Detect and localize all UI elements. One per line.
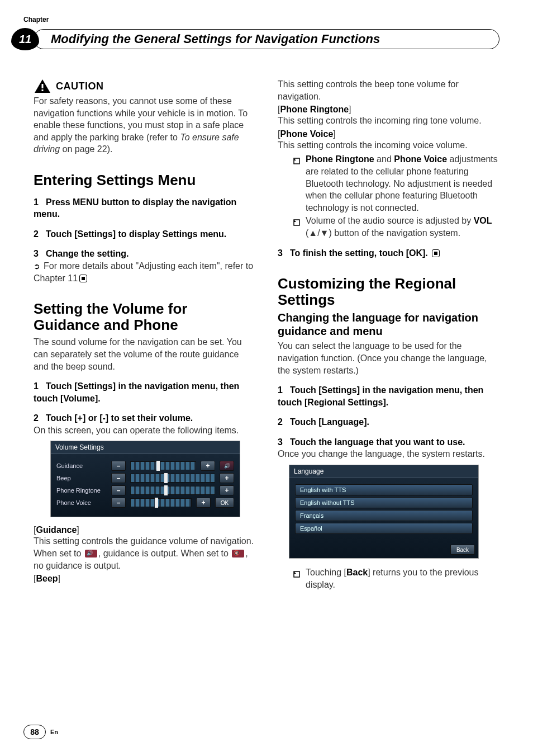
reg-step-3: 3Touch the language that you want to use… — [278, 436, 499, 448]
ringtone-bracket-label: [Phone Ringtone] — [278, 105, 499, 115]
ss-label-beep: Beep — [56, 475, 107, 481]
right-column: This setting controls the beep tone volu… — [278, 78, 499, 590]
bk-a: Touching [ — [306, 568, 346, 577]
section-entering-settings-heading: Entering Settings Menu — [34, 172, 255, 188]
bullet-vol-note: Volume of the audio source is adjusted b… — [293, 215, 499, 239]
volume-intro: The sound volume for the navigation can … — [34, 336, 255, 372]
ss-row-voice: Phone Voice – + OK — [56, 498, 234, 508]
step-num-1: 1 — [34, 196, 46, 209]
minus-button[interactable]: – — [111, 461, 126, 471]
lang-option[interactable]: English with TTS — [295, 484, 473, 495]
ringtone-label-text: Phone Ringtone — [280, 105, 349, 114]
reg-step-3-text: Touch the language that you want to use. — [290, 437, 465, 447]
end-section-icon — [432, 249, 440, 257]
step-1-text: Press MENU button to display the navigat… — [34, 197, 236, 219]
regional-intro: You can select the language to be used f… — [278, 340, 499, 376]
step-1: 1Press MENU button to display the naviga… — [34, 196, 255, 220]
vol-step-num-2: 2 — [34, 412, 46, 424]
square-bullet-icon — [293, 569, 300, 590]
ok-button[interactable]: OK — [215, 498, 234, 508]
chapter-label: Chapter — [23, 16, 49, 23]
ss-title: Volume Settings — [51, 441, 240, 454]
reg-num-1: 1 — [278, 384, 290, 396]
caution-text-b: on page 22). — [60, 144, 112, 154]
guidance-body-b: When set to , guidance is output. When s… — [34, 547, 255, 571]
plus-button[interactable]: + — [220, 485, 234, 495]
minus-button[interactable]: – — [111, 485, 126, 495]
step-num-3: 3 — [34, 248, 46, 260]
ss-row-beep: Beep – + — [56, 473, 234, 483]
plus-button[interactable]: + — [196, 498, 211, 508]
section-language-subheading: Changing the language for navigation gui… — [278, 311, 499, 338]
vol-step-2-text: Touch [+] or [-] to set their volume. — [46, 413, 193, 423]
b2c: (▲/▼) button of the navigation system. — [306, 228, 460, 238]
b1b: Phone Voice — [394, 154, 447, 164]
square-bullet-icon — [293, 155, 300, 214]
plus-button[interactable]: + — [201, 461, 215, 471]
beep-body: This setting controls the beep tone volu… — [278, 78, 499, 102]
lang-option[interactable]: English without TTS — [295, 497, 473, 508]
reg-step-3-body: Once you change the language, the system… — [278, 448, 499, 460]
h2-part-a: Entering — [34, 172, 97, 188]
step-3-note: For more details about "Adjusting each i… — [34, 260, 255, 284]
language-screenshot: Language English with TTS English withou… — [289, 465, 479, 559]
guidance-bracket-label: [Guidance] — [34, 525, 255, 535]
b2a: Volume of the audio source is adjusted b… — [306, 216, 474, 225]
gb2: , guidance is output. When set to — [98, 549, 231, 558]
step-2: 2Touch [Settings] to display Settings me… — [34, 228, 255, 240]
b1m: and — [374, 154, 394, 164]
reg-num-2: 2 — [278, 416, 290, 428]
vol-step-2: 2Touch [+] or [-] to set their volume. — [34, 412, 255, 424]
guidance-body-a: This setting controls the guidance volum… — [34, 535, 255, 547]
caution-icon — [34, 78, 51, 94]
voice-body: This setting controls the incoming voice… — [278, 139, 499, 152]
volume-bar[interactable] — [130, 461, 196, 470]
bullet-bluetooth-note: Phone Ringtone and Phone Voice adjustmen… — [293, 153, 499, 214]
page-footer: 88 En — [23, 725, 58, 739]
minus-button[interactable]: – — [111, 473, 126, 483]
voice-bracket-label: [Phone Voice] — [278, 129, 499, 139]
step-3-text: Change the setting. — [46, 249, 129, 258]
ss-label-voice: Phone Voice — [56, 499, 107, 506]
lang-option[interactable]: Español — [295, 523, 473, 534]
reg-num-3: 3 — [278, 436, 290, 448]
beep-bracket-label: [Beep] — [34, 574, 255, 584]
caution-body: For safety reasons, you cannot use some … — [34, 95, 255, 155]
section-volume-heading: Setting the Volume for Guidance and Phon… — [34, 301, 255, 333]
page-title: Modifying the General Settings for Navig… — [51, 32, 380, 46]
ss-lang-title: Language — [289, 465, 478, 478]
reg-step-2-text: Touch [Language]. — [290, 417, 369, 427]
volume-bar[interactable] — [130, 486, 215, 495]
step-num-2: 2 — [34, 228, 46, 240]
vol-step-num-1: 1 — [34, 380, 46, 393]
page-header: Modifying the General Settings for Navig… — [34, 29, 499, 49]
chapter-number: 11 — [19, 33, 31, 46]
ss-row-guidance: Guidance – + 🔊 — [56, 461, 234, 471]
left-column: CAUTION For safety reasons, you cannot u… — [34, 78, 255, 590]
ss-row-ringtone: Phone Ringtone – + — [56, 485, 234, 495]
reg-step-1-text: Touch [Settings] in the navigation menu,… — [278, 385, 483, 407]
section-regional-heading: Customizing the Regional Settings — [278, 276, 499, 308]
lang-option[interactable]: Français — [295, 510, 473, 521]
end-section-icon — [79, 275, 87, 282]
back-button[interactable]: Back — [450, 545, 475, 555]
finish-step-3-text: To finish the setting, touch [OK]. — [290, 248, 428, 258]
reg-step-2: 2Touch [Language]. — [278, 416, 499, 428]
finish-num-3: 3 — [278, 247, 290, 259]
voice-label-text: Phone Voice — [280, 129, 333, 139]
step-3: 3Change the setting. — [34, 248, 255, 260]
volume-settings-screenshot: Volume Settings Guidance – + 🔊 Beep – + — [50, 441, 240, 517]
gb1: When set to — [34, 549, 84, 558]
mute-toggle-button[interactable]: 🔊 — [220, 461, 234, 471]
plus-button[interactable]: + — [220, 473, 234, 483]
minus-button[interactable]: – — [111, 498, 126, 508]
guidance-label-text: Guidance — [36, 525, 77, 535]
h2-part-b: Menu — [154, 172, 196, 188]
svg-rect-1 — [42, 89, 44, 91]
h2-part-mid: Settings — [97, 172, 154, 188]
volume-bar[interactable] — [130, 474, 215, 483]
volume-bar[interactable] — [130, 498, 192, 507]
reg-step-1: 1Touch [Settings] in the navigation menu… — [278, 384, 499, 408]
ss-label-guidance: Guidance — [56, 462, 107, 469]
bullet-back-note: Touching [Back] returns you to the previ… — [293, 566, 499, 590]
